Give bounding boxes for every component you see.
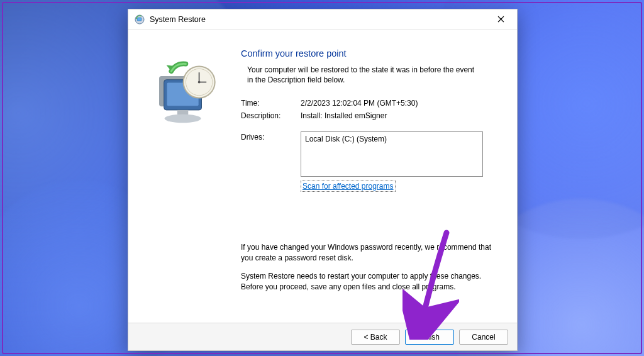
- drives-label: Drives:: [241, 131, 301, 177]
- side-panel: [128, 30, 238, 323]
- password-note: If you have changed your Windows passwor…: [241, 242, 492, 264]
- svg-rect-5: [177, 110, 188, 115]
- back-button[interactable]: < Back: [351, 330, 400, 345]
- system-restore-icon: [135, 14, 145, 25]
- drives-listbox[interactable]: Local Disk (C:) (System): [301, 131, 483, 177]
- button-bar: < Back Finish Cancel: [128, 323, 517, 350]
- page-description: Your computer will be restored to the st…: [241, 65, 480, 85]
- window-title: System Restore: [150, 15, 206, 24]
- wizard-content: Confirm your restore point Your computer…: [128, 30, 517, 323]
- time-row: Time: 2/2/2023 12:02:04 PM (GMT+5:30): [241, 99, 504, 108]
- description-value: Install: Installed emSigner: [301, 111, 387, 120]
- system-restore-artwork-icon: [142, 58, 227, 136]
- time-label: Time:: [241, 99, 301, 108]
- main-panel: Confirm your restore point Your computer…: [238, 30, 517, 323]
- close-icon: [497, 16, 504, 23]
- cancel-button[interactable]: Cancel: [459, 330, 508, 345]
- description-label: Description:: [241, 111, 301, 120]
- drive-item[interactable]: Local Disk (C:) (System): [305, 135, 479, 143]
- svg-rect-1: [137, 18, 142, 21]
- restart-note: System Restore needs to restart your com…: [241, 271, 492, 292]
- close-button[interactable]: [487, 10, 514, 29]
- svg-point-6: [165, 114, 201, 123]
- finish-button[interactable]: Finish: [405, 330, 454, 345]
- svg-point-11: [198, 81, 201, 84]
- time-value: 2/2/2023 12:02:04 PM (GMT+5:30): [301, 99, 418, 108]
- titlebar: System Restore: [128, 9, 517, 30]
- scan-affected-programs-link[interactable]: Scan for affected programs: [301, 181, 396, 192]
- drives-row: Drives: Local Disk (C:) (System): [241, 131, 504, 177]
- lower-notes: If you have changed your Windows passwor…: [241, 242, 492, 292]
- system-restore-window: System Restore: [128, 9, 518, 351]
- description-row: Description: Install: Installed emSigner: [241, 111, 504, 120]
- page-heading: Confirm your restore point: [241, 48, 504, 58]
